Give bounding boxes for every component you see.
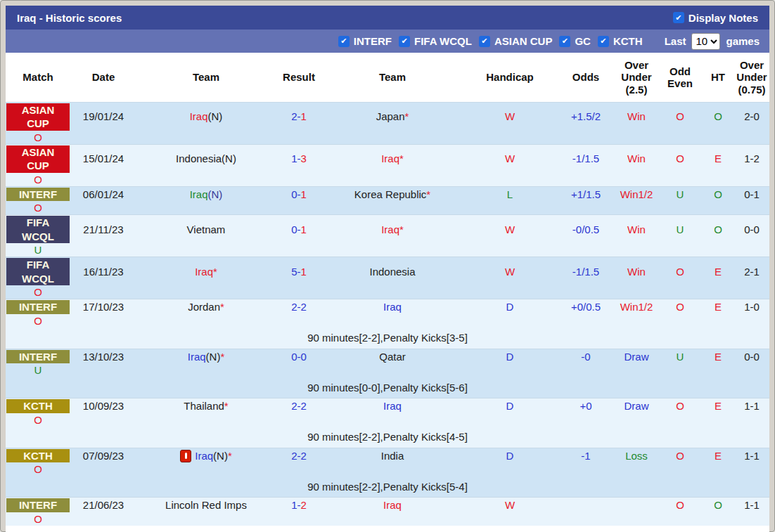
away-team[interactable]: India [322, 448, 463, 464]
badge-line: INTERF [19, 300, 57, 314]
table-row: INTERF13/10/23Iraq(N)*0-0QatarD-0DrawUE0… [6, 349, 769, 377]
text-segment: Loss [625, 450, 648, 462]
match-competition-cell: KCTH [6, 398, 70, 414]
text-segment: 2-2 [291, 450, 307, 462]
ht-score: 2-0 [734, 103, 769, 131]
filter-label-kcth: KCTH [613, 35, 643, 47]
home-team[interactable]: Jordan* [136, 299, 276, 315]
penalty-note: 90 minutes[2-2],Penalty Kicks[5-4] [6, 476, 769, 497]
home-team[interactable]: Indonesia(N) [136, 145, 276, 174]
text-segment: D [506, 450, 514, 462]
column-header-ht: HT [702, 53, 734, 102]
filter-checkbox-asian-cup[interactable]: ✔ [479, 36, 490, 47]
handicap-value: +1.5/2 [557, 103, 615, 131]
last-games-select[interactable]: 10 [691, 33, 720, 50]
text-segment: 2- [291, 110, 300, 123]
text-segment: O [676, 450, 684, 462]
over-under-075: O [6, 463, 70, 476]
badge-line: ASIAN [22, 103, 55, 117]
match-badge: KCTH [6, 449, 70, 463]
away-team[interactable]: Korea Republic* [322, 187, 463, 202]
text-segment: * [426, 188, 430, 201]
match-badge: ASIANCUP [6, 103, 70, 131]
filter-label-gc: GC [575, 35, 591, 47]
filter-checkbox-gc[interactable]: ✔ [559, 36, 570, 47]
badge-line: INTERF [19, 350, 57, 364]
page-title: Iraq - Historic scores [17, 12, 122, 24]
text-segment: O [676, 153, 684, 165]
home-team[interactable]: Iraq(N) [136, 103, 276, 131]
badge-line: INTERF [19, 498, 57, 512]
wdl-indicator: W [463, 215, 557, 244]
table-row: FIFAWCQL16/11/23Iraq*5-1IndonesiaW-1/1.5… [6, 257, 769, 299]
summary-section: Totally, 10 match(es) in total: 5 win(s)… [6, 526, 769, 532]
result-score: 0-1 [276, 187, 322, 202]
odd-even: O [702, 498, 734, 513]
text-segment: Iraq [383, 301, 402, 313]
away-team[interactable]: Iraq* [322, 215, 463, 244]
text-segment: O [714, 110, 722, 123]
text-segment: Win1/2 [620, 188, 653, 201]
column-header-team: Team [322, 53, 463, 102]
home-team[interactable]: Iraq(N)* [136, 448, 276, 464]
match-badge: KCTH [6, 399, 70, 413]
home-team[interactable]: Iraq(N)* [136, 349, 276, 365]
text-segment: Japan [376, 110, 405, 123]
home-team[interactable]: Iraq(N) [136, 187, 276, 202]
away-team[interactable]: Iraq* [322, 145, 463, 174]
text-segment: Lincoln Red Imps [165, 499, 247, 512]
handicap-value: -1/1.5 [557, 257, 615, 286]
away-team[interactable]: Iraq [322, 498, 463, 513]
text-segment: 1- [291, 499, 300, 512]
wdl-indicator: W [463, 498, 557, 513]
filter-checkbox-fifa-wcql[interactable]: ✔ [399, 36, 410, 47]
column-header-over-under-2-5: Over Under (2.5) [615, 53, 658, 102]
over-under-075: O [6, 513, 70, 526]
away-team[interactable]: Qatar [322, 349, 463, 365]
filter-checkbox-interf[interactable]: ✔ [338, 36, 350, 47]
away-team[interactable]: Japan* [322, 103, 463, 131]
result-score: 0-1 [276, 215, 322, 244]
date-cell: 10/09/23 [70, 398, 136, 414]
column-header-date: Date [70, 53, 136, 102]
text-segment: Iraq [190, 188, 208, 201]
text-segment: U [677, 188, 684, 201]
handicap-value: +0/0.5 [557, 299, 615, 315]
result-score: 0-0 [276, 349, 322, 365]
ht-score: 1-0 [734, 299, 769, 315]
text-segment: Jordan [188, 301, 220, 313]
badge-line: KCTH [23, 399, 53, 413]
display-notes-checkbox[interactable]: ✔ [673, 12, 684, 23]
ht-score: 0-0 [734, 215, 769, 244]
text-segment: 2-2 [291, 301, 307, 313]
text-segment: 1 [301, 188, 307, 201]
home-team[interactable]: Thailand* [136, 398, 276, 414]
text-segment: 1 [301, 223, 307, 236]
text-segment: (N) [213, 450, 228, 462]
text-segment: 1 [301, 110, 307, 123]
match-badge: INTERF [6, 498, 70, 512]
home-team[interactable]: Iraq* [136, 257, 276, 286]
home-team[interactable]: Lincoln Red Imps [136, 498, 276, 513]
odds-result: Win [615, 145, 658, 174]
text-segment: E [715, 301, 722, 313]
over-under-25: U [658, 349, 702, 365]
over-under-25: U [658, 215, 702, 244]
odds-result: Win1/2 [615, 299, 658, 315]
text-segment: O [34, 463, 42, 476]
text-segment: O [34, 513, 42, 526]
home-team[interactable]: Vietnam [136, 215, 276, 244]
over-under-25: O [658, 299, 702, 315]
filter-group-interf: ✔INTERF [338, 35, 392, 47]
away-team[interactable]: Indonesia [322, 257, 463, 286]
wdl-indicator: W [463, 103, 557, 131]
away-team[interactable]: Iraq [322, 398, 463, 414]
date-cell: 15/01/24 [70, 145, 136, 174]
match-competition-cell: INTERF [6, 349, 70, 365]
filter-checkbox-kcth[interactable]: ✔ [598, 36, 609, 47]
text-segment: 5- [291, 266, 300, 278]
away-team[interactable]: Iraq [322, 299, 463, 315]
table-row: INTERF21/06/23Lincoln Red Imps1-2IraqWOO… [6, 498, 769, 526]
text-segment: Qatar [379, 351, 406, 363]
table-row: INTERF17/10/23Jordan*2-2IraqD+0/0.5Win1/… [6, 299, 769, 327]
